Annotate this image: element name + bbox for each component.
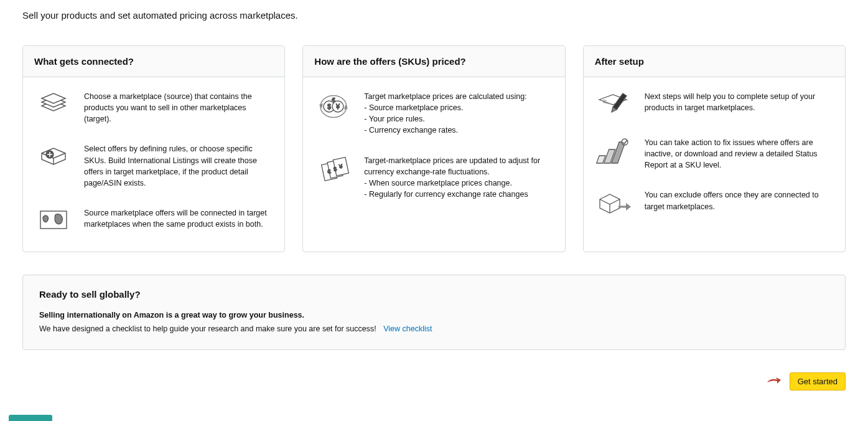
card-item-text: Target-marketplace prices are updated to… xyxy=(364,155,553,201)
card-item-text: Target marketplace prices are calculated… xyxy=(364,91,526,136)
world-map-icon xyxy=(34,207,73,232)
card-item: Select offers by defining rules, or choo… xyxy=(34,143,273,189)
card-header: How are the offers (SKUs) priced? xyxy=(303,46,564,77)
card-item: You can take action to fix issues where … xyxy=(595,137,834,171)
footer-actions: Get started xyxy=(22,372,846,390)
card-item: Next steps will help you to complete set… xyxy=(595,91,834,118)
price-tags-icon: € $ ¥ xyxy=(314,155,353,186)
card-header: What gets connected? xyxy=(23,46,284,77)
ready-subtitle: Selling internationally on Amazon is a g… xyxy=(39,311,829,319)
card-item: € $ ¥ Target-marketplace prices are upda… xyxy=(314,155,553,201)
currency-exchange-icon: $ ¥ € xyxy=(314,91,353,122)
arrow-indicator-icon xyxy=(766,376,781,387)
card-item: Source marketplace offers will be connec… xyxy=(34,207,273,232)
card-item-text: Choose a marketplace (source) that conta… xyxy=(84,91,273,125)
ready-text-line: We have designed a checklist to help gui… xyxy=(39,324,829,333)
card-item-text: Next steps will help you to complete set… xyxy=(645,91,834,113)
card-item-text: Select offers by defining rules, or choo… xyxy=(84,143,273,189)
card-what-connected: What gets connected? Choose a marketplac… xyxy=(22,45,285,252)
page-subtitle: Sell your products and set automated pri… xyxy=(22,10,846,21)
card-item-text: You can exclude offers once they are con… xyxy=(645,189,834,212)
card-title: How are the offers (SKUs) priced? xyxy=(314,56,553,67)
svg-marker-19 xyxy=(626,203,631,210)
card-pricing: How are the offers (SKUs) priced? $ xyxy=(302,45,565,252)
box-plus-icon xyxy=(34,143,73,168)
ready-box: Ready to sell globally? Selling internat… xyxy=(22,275,846,350)
card-item-text: You can take action to fix issues where … xyxy=(645,137,834,171)
bar-chart-icon xyxy=(595,137,633,168)
card-header: After setup xyxy=(584,46,845,77)
checklist-pencil-icon xyxy=(595,91,633,118)
card-item-text: Source marketplace offers will be connec… xyxy=(84,207,273,230)
svg-marker-3 xyxy=(344,105,348,110)
svg-text:$: $ xyxy=(328,103,332,110)
help-chip[interactable] xyxy=(9,415,52,415)
view-checklist-link[interactable]: View checklist xyxy=(383,324,432,333)
svg-text:¥: ¥ xyxy=(336,103,340,110)
ready-text: We have designed a checklist to help gui… xyxy=(39,324,376,333)
card-title: After setup xyxy=(595,56,834,67)
card-title: What gets connected? xyxy=(34,56,273,67)
box-arrow-icon xyxy=(595,189,633,218)
svg-text:€: € xyxy=(332,97,335,103)
box-stack-icon xyxy=(34,91,73,116)
svg-marker-2 xyxy=(319,103,323,108)
card-after-setup: After setup Next steps will help you to … xyxy=(583,45,846,252)
card-item: You can exclude offers once they are con… xyxy=(595,189,834,218)
card-item: $ ¥ € Target marketplace prices are calc… xyxy=(314,91,553,136)
ready-title: Ready to sell globally? xyxy=(39,289,829,300)
get-started-button[interactable]: Get started xyxy=(790,372,846,390)
card-item: Choose a marketplace (source) that conta… xyxy=(34,91,273,125)
info-cards-row: What gets connected? Choose a marketplac… xyxy=(22,45,846,252)
